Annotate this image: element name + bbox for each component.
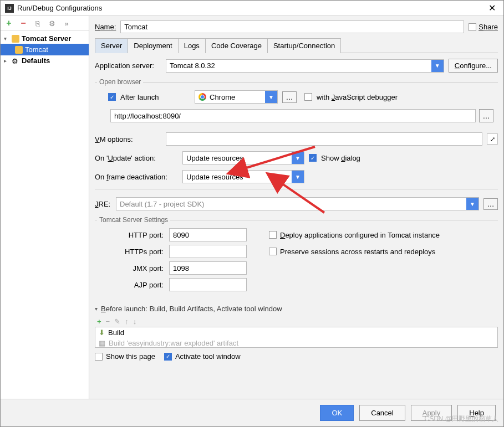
chevron-down-icon: ▼ — [292, 171, 304, 183]
cancel-button[interactable]: Cancel — [359, 405, 405, 421]
configure-button[interactable]: Configure... — [449, 59, 498, 73]
close-icon[interactable]: ✕ — [485, 3, 499, 13]
vm-input[interactable] — [166, 132, 482, 146]
tree-tomcat-child[interactable]: Tomcat — [1, 44, 89, 55]
activate-checkbox[interactable] — [164, 353, 172, 361]
help-button[interactable]: Help — [457, 405, 496, 421]
name-input[interactable] — [120, 20, 464, 33]
name-label: Name: — [95, 23, 116, 31]
settings-icon[interactable]: ⚙ — [47, 18, 57, 28]
defaults-icon: ⚙ — [12, 57, 19, 65]
titlebar: IJ Run/Debug Configurations ✕ — [1, 1, 503, 16]
jre-select[interactable]: Default (1.7 - project SDK) ▼ — [116, 197, 479, 210]
bl-up-icon[interactable]: ↑ — [125, 317, 129, 326]
list-item[interactable]: ⬇ Build — [95, 327, 497, 338]
expand-field-icon[interactable]: ⤢ — [487, 133, 498, 145]
tree-label: Defaults — [22, 56, 50, 65]
form-area: Application server: Tomcat 8.0.32 ▼ Conf… — [95, 59, 498, 394]
expand-icon[interactable]: » — [62, 18, 72, 28]
chrome-icon — [198, 93, 206, 101]
before-launch-toolbar: + − ✎ ↑ ↓ — [95, 316, 498, 327]
app-server-label: Application server: — [95, 61, 161, 70]
show-dialog-checkbox[interactable] — [309, 154, 317, 162]
tab-deployment[interactable]: Deployment — [128, 38, 178, 53]
https-port-input[interactable] — [169, 245, 247, 258]
bl-edit-icon[interactable]: ✎ — [114, 317, 120, 326]
before-launch-list[interactable]: ⬇ Build ▦ Build 'easyindustry:war explod… — [95, 327, 498, 348]
chevron-down-icon: ▼ — [292, 152, 304, 164]
tree-defaults[interactable]: ⚙ Defaults — [1, 55, 89, 66]
select-value: Update resources — [183, 154, 292, 162]
frame-select[interactable]: Update resources ▼ — [182, 170, 304, 183]
jmx-port-label: JMX port: — [108, 264, 164, 272]
ajp-port-label: AJP port: — [108, 281, 164, 289]
http-port-input[interactable] — [169, 228, 247, 241]
url-input[interactable] — [110, 109, 476, 122]
copy-icon[interactable]: ⎘ — [33, 18, 43, 28]
apply-button[interactable]: Apply — [411, 405, 452, 421]
after-launch-checkbox[interactable] — [108, 93, 116, 101]
tree-tomcat-server[interactable]: Tomcat Server — [1, 33, 89, 44]
window-title: Run/Debug Configurations — [17, 4, 102, 12]
tomcat-icon — [12, 35, 19, 43]
tabbar: Server Deployment Logs Code Coverage Sta… — [95, 38, 498, 53]
jre-browse-button[interactable]: … — [483, 198, 498, 210]
vm-row: VM options: ⤢ — [95, 132, 498, 146]
config-tree: Tomcat Server Tomcat ⚙ Defaults — [1, 31, 89, 399]
show-row: Show this page Activate tool window — [95, 352, 498, 361]
tab-startup[interactable]: Startup/Connection — [267, 38, 341, 53]
after-launch-label: After launch — [120, 93, 187, 101]
preserve-checkbox[interactable] — [269, 248, 277, 255]
show-page-checkbox[interactable] — [95, 353, 103, 361]
preserve-row: Preserve sessions across restarts and re… — [269, 248, 496, 256]
remove-icon[interactable]: − — [18, 18, 28, 28]
list-item[interactable]: ▦ Build 'easyindustry:war exploded' arti… — [95, 338, 497, 348]
jre-row: JRE: Default (1.7 - project SDK) ▼ … — [95, 197, 498, 210]
bl-down-icon[interactable]: ↓ — [133, 317, 137, 326]
tomcat-settings-group: Tomcat Server Settings HTTP port: Deploy… — [95, 216, 498, 294]
browser-more-button[interactable]: … — [282, 91, 297, 103]
share-wrap: Share — [469, 23, 498, 31]
jmx-port-input[interactable] — [169, 261, 247, 275]
deploy-checkbox[interactable] — [269, 231, 277, 239]
artifact-icon: ▦ — [99, 339, 105, 347]
bl-remove-icon[interactable]: − — [106, 317, 110, 326]
add-icon[interactable]: + — [4, 18, 14, 28]
browser-select[interactable]: Chrome ▼ — [195, 90, 278, 104]
tomcat-settings-legend: Tomcat Server Settings — [97, 216, 170, 224]
tree-label: Tomcat Server — [22, 34, 71, 43]
select-value: Default (1.7 - project SDK) — [116, 200, 466, 208]
frame-row: On frame deactivation: Update resources … — [95, 170, 498, 183]
url-browse-button[interactable]: … — [479, 109, 493, 122]
activate-label: Activate tool window — [175, 352, 241, 361]
list-item-label: Build 'easyindustry:war exploded' artifa… — [109, 339, 238, 347]
chevron-down-icon: ▼ — [265, 91, 277, 103]
bl-add-icon[interactable]: + — [97, 317, 101, 326]
select-value: Chrome — [206, 93, 265, 101]
tree-label: Tomcat — [25, 45, 48, 54]
tab-server[interactable]: Server — [95, 38, 128, 53]
app-server-select[interactable]: Tomcat 8.0.32 ▼ — [166, 59, 444, 73]
tab-logs[interactable]: Logs — [178, 38, 206, 53]
tab-code-coverage[interactable]: Code Coverage — [205, 38, 268, 53]
select-value: Tomcat 8.0.32 — [166, 61, 431, 70]
show-page-label: Show this page — [106, 352, 155, 361]
ok-button[interactable]: OK — [320, 405, 354, 421]
update-select[interactable]: Update resources ▼ — [182, 151, 304, 164]
show-dialog-label: Show dialog — [321, 154, 388, 162]
js-debugger-checkbox[interactable] — [304, 93, 312, 101]
right-pane: Name: Share Server Deployment Logs Code … — [89, 16, 503, 399]
https-port-label: HTTPs port: — [108, 248, 164, 256]
chevron-down-icon: ▼ — [431, 60, 444, 72]
update-row: On 'Update' action: Update resources ▼ S… — [95, 151, 498, 164]
share-label: Share — [478, 23, 498, 31]
before-launch-header[interactable]: Before launch: Build, Build Artifacts, A… — [95, 305, 498, 313]
name-row: Name: Share — [95, 20, 498, 33]
app-icon: IJ — [5, 4, 14, 13]
dialog-window: IJ Run/Debug Configurations ✕ + − ⎘ ⚙ » … — [0, 0, 504, 427]
left-toolbar: + − ⎘ ⚙ » — [1, 16, 89, 31]
share-checkbox[interactable] — [469, 23, 476, 31]
ajp-port-input[interactable] — [169, 278, 247, 291]
separator — [95, 189, 498, 189]
ports-grid: HTTP port: Deploy applications configure… — [108, 228, 496, 291]
